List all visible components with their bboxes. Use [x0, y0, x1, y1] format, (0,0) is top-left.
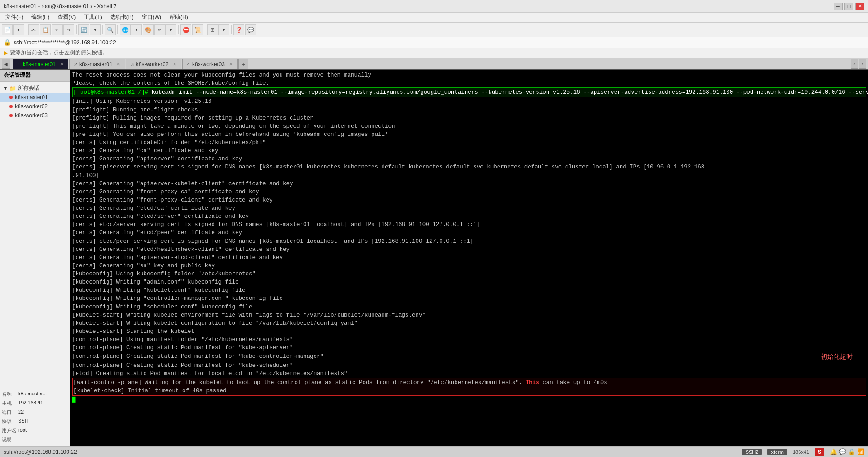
- term-line-18: [certs] etcd/server serving cert is sign…: [72, 221, 866, 229]
- dot-icon-master01: [9, 96, 13, 99]
- toolbar-script-btn[interactable]: 📜: [192, 24, 203, 35]
- toolbar-pen-btn[interactable]: ✏: [154, 24, 165, 35]
- term-line-26: [kubeconfig] Writing "kubelet.conf" kube…: [72, 286, 866, 294]
- term-cursor-line: █: [72, 396, 866, 404]
- close-button[interactable]: ✕: [855, 3, 864, 10]
- menu-window[interactable]: 窗口(W): [138, 13, 165, 22]
- tab-1-close-btn[interactable]: ✕: [60, 62, 63, 67]
- sidebar-item-k8s-worker03[interactable]: k8s-worker03: [0, 111, 70, 120]
- terminal[interactable]: The reset process does not clean your ku…: [70, 70, 868, 446]
- info-label-protocol: 协议: [2, 418, 18, 425]
- toolbar-group-3: 🌐 ▼: [120, 24, 142, 35]
- toolbar-stop-btn[interactable]: ⛔: [180, 24, 191, 35]
- menu-view[interactable]: 查看(V): [54, 13, 79, 22]
- toolbar-conn-drop-btn[interactable]: ▼: [131, 24, 142, 35]
- tab-add-btn[interactable]: +: [238, 59, 248, 69]
- menu-tabs[interactable]: 选项卡(B): [107, 13, 137, 22]
- info-value-host: 192.168.91....: [18, 400, 48, 407]
- dot-icon-worker02: [9, 105, 13, 108]
- toolbar-sep-5: [178, 25, 179, 34]
- tab-next-btn[interactable]: ›: [859, 59, 866, 69]
- tab-bar: ◀ 1 k8s-master01 ✕ 2 k8s-master01 ✕ 3 k8…: [0, 58, 868, 70]
- toolbar-btn-5[interactable]: ↪: [63, 24, 74, 35]
- term-line-10: [certs] Generating "ca" certificate and …: [72, 147, 866, 155]
- toolbar-group-1: 📄 ▼: [2, 24, 24, 35]
- toolbar-sep-2: [76, 25, 77, 34]
- term-line-33: [control-plane] Creating static Pod mani…: [72, 344, 866, 352]
- lock-icon: 🔒: [4, 39, 11, 46]
- tab-4-close-btn[interactable]: ✕: [229, 62, 233, 67]
- toolbar-conn-btn[interactable]: 🌐: [120, 24, 131, 35]
- sidebar-item-label-worker02: k8s-worker02: [15, 103, 48, 110]
- sidebar-header: 会话管理器: [0, 70, 70, 82]
- tab-1[interactable]: 1 k8s-master01 ✕: [13, 59, 68, 69]
- toolbar-sep-3: [102, 25, 103, 34]
- toolbar-btn-3[interactable]: 📋: [40, 24, 51, 35]
- term-line-1: The reset process does not clean your ku…: [72, 71, 866, 79]
- sidebar-title: 会话管理器: [4, 72, 31, 79]
- term-prompt: [root@k8s-master01 /]#: [73, 89, 148, 96]
- term-line-12: [certs] apiserver serving cert is signed…: [72, 163, 866, 179]
- annotation-init-timeout: 初始化超时: [821, 352, 853, 361]
- term-line-32: [control-plane] Using manifest folder "/…: [72, 336, 866, 344]
- info-row-host: 主机 192.168.91....: [2, 399, 68, 408]
- info-label-desc: 说明: [2, 436, 18, 443]
- sidebar: 会话管理器 ▼ 📁 所有会话 k8s-master01 k8s-worker02…: [0, 70, 70, 446]
- toolbar-new-btn[interactable]: 📄: [2, 24, 13, 35]
- tree-root-expand-icon: ▼: [3, 85, 8, 91]
- menu-tools[interactable]: 工具(T): [80, 13, 105, 22]
- toolbar-sep-4: [117, 25, 118, 34]
- term-wait-line: [wait-control-plane] Waiting for the kub…: [72, 378, 866, 396]
- tab-3-label: k8s-worker02: [136, 61, 169, 67]
- tab-2[interactable]: 2 k8s-master01 ✕: [69, 59, 125, 69]
- toolbar-search-btn[interactable]: 🔍: [105, 24, 116, 35]
- status-resolution: 186x41: [793, 449, 809, 455]
- tab-3[interactable]: 3 k8s-worker02 ✕: [126, 59, 181, 69]
- minimize-button[interactable]: ─: [834, 3, 843, 10]
- status-icons: 🔔 💬 🔒 📶: [830, 448, 864, 455]
- toolbar-layout-drop-btn[interactable]: ▼: [218, 24, 229, 35]
- menu-edit[interactable]: 编辑(E): [28, 13, 53, 22]
- toolbar-btn-4[interactable]: ↩: [52, 24, 63, 35]
- term-line-13: [certs] Generating "apiserver-kubelet-cl…: [72, 180, 866, 188]
- tab-2-num: 2: [74, 62, 77, 67]
- toolbar-refresh-drop-btn[interactable]: ▼: [90, 24, 101, 35]
- info-label-name: 名称: [2, 391, 18, 398]
- term-cmd: kubeadm init --node-name=k8s-master01 --…: [148, 89, 868, 96]
- session-tree: ▼ 📁 所有会话 k8s-master01 k8s-worker02 k8s-w…: [0, 82, 70, 388]
- toolbar-btn-2[interactable]: ✂: [28, 24, 39, 35]
- tab-1-num: 1: [18, 62, 20, 67]
- term-line-36: [etcd] Creating static Pod manifest for …: [72, 370, 866, 378]
- main-area: 会话管理器 ▼ 📁 所有会话 k8s-master01 k8s-worker02…: [0, 70, 868, 446]
- menu-help[interactable]: 帮助(H): [166, 13, 192, 22]
- tree-root-all-sessions[interactable]: ▼ 📁 所有会话: [0, 83, 70, 93]
- menu-file[interactable]: 文件(F): [2, 13, 27, 22]
- maximize-button[interactable]: □: [844, 3, 853, 10]
- term-line-21: [certs] Generating "etcd/healthcheck-cli…: [72, 245, 866, 254]
- tab-2-close-btn[interactable]: ✕: [116, 62, 120, 67]
- toolbar-color-btn[interactable]: 🎨: [143, 24, 154, 35]
- toolbar-help-btn[interactable]: ❓: [233, 24, 244, 35]
- tab-2-label: k8s-master01: [79, 61, 112, 67]
- sidebar-item-label-master01: k8s-master01: [15, 94, 48, 101]
- tab-4[interactable]: 4 k8s-worker03 ✕: [182, 59, 238, 69]
- term-line-23: [certs] Generating "sa" key and public k…: [72, 262, 866, 270]
- tab-prev-btn[interactable]: ‹: [851, 59, 858, 69]
- toolbar-pen-drop-btn[interactable]: ▼: [165, 24, 176, 35]
- toolbar-chat-btn[interactable]: 💬: [245, 24, 256, 35]
- toolbar-open-btn[interactable]: ▼: [13, 24, 24, 35]
- tab-3-close-btn[interactable]: ✕: [173, 62, 176, 67]
- toolbar-layout-btn[interactable]: ⊞: [207, 24, 218, 35]
- sidebar-item-k8s-worker02[interactable]: k8s-worker02: [0, 102, 70, 111]
- term-line-28: [kubeconfig] Writing "scheduler.conf" ku…: [72, 303, 866, 311]
- sidebar-toggle-btn[interactable]: ◀: [2, 59, 10, 69]
- toolbar-refresh-btn[interactable]: 🔄: [78, 24, 89, 35]
- status-xterm: xterm: [767, 449, 787, 455]
- term-line-2: Please, check the contents of the $HOME/…: [72, 79, 866, 87]
- toolbar: 📄 ▼ ✂ 📋 ↩ ↪ 🔄 ▼ 🔍 🌐 ▼ 🎨 ✏ ▼ ⛔ 📜 ⊞ ▼ ❓ 💬: [0, 23, 868, 37]
- toolbar-group-2: 🔄 ▼: [78, 24, 101, 35]
- toolbar-sep-1: [26, 25, 26, 34]
- sidebar-item-k8s-master01[interactable]: k8s-master01: [0, 93, 70, 102]
- info-row-username: 用户名 root: [2, 426, 68, 435]
- info-label-port: 端口: [2, 409, 18, 416]
